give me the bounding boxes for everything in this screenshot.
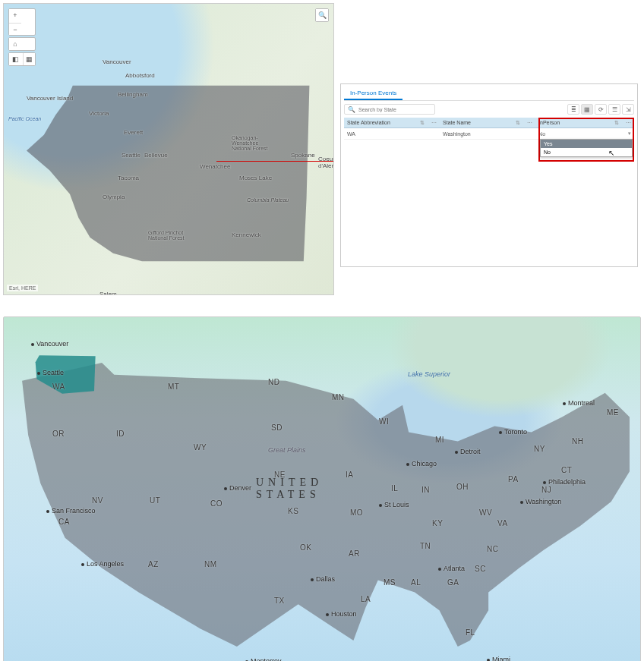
sort-icon[interactable]: ⇅ bbox=[516, 120, 520, 126]
city-label: San Francisco bbox=[46, 507, 96, 515]
state-label: OH bbox=[456, 483, 469, 491]
cell-abbr: WA bbox=[344, 128, 440, 140]
more-icon[interactable]: ⋯ bbox=[527, 120, 532, 126]
cell-name: Washington bbox=[440, 128, 535, 140]
dropdown-option-yes[interactable]: Yes bbox=[541, 140, 632, 148]
col-header-abbr[interactable]: State Abbreviation ⇅ ⋯ bbox=[344, 118, 440, 128]
zoom-out-button[interactable]: − bbox=[9, 23, 21, 35]
bookmark-icon[interactable]: ◧ bbox=[9, 53, 21, 65]
state-label: MN bbox=[332, 393, 345, 401]
state-label: FL bbox=[466, 628, 475, 637]
state-label: WV bbox=[479, 508, 492, 517]
chevron-down-icon[interactable]: ▾ bbox=[628, 131, 631, 137]
map-pane-washington[interactable]: + − ⌂ ◧ ▦ 🔍 Vancouver Vancouver Island V… bbox=[3, 3, 334, 295]
state-label: TN bbox=[420, 542, 431, 550]
state-label: NJ bbox=[541, 486, 551, 494]
city-label: Olympia bbox=[103, 194, 125, 200]
dropdown-option-no[interactable]: No bbox=[541, 148, 632, 156]
home-icon[interactable]: ⌂ bbox=[9, 38, 21, 50]
city-label: Victoria bbox=[89, 110, 109, 117]
state-label: MO bbox=[350, 508, 363, 517]
state-label: NY bbox=[534, 445, 545, 453]
map-attribution: Esri, HERE bbox=[7, 285, 38, 291]
forest-label: Gifford Pinchot National Forest bbox=[148, 230, 186, 241]
state-label: MT bbox=[168, 382, 179, 391]
sort-icon[interactable]: ⇅ bbox=[420, 120, 425, 126]
city-label: Spokane bbox=[291, 152, 315, 159]
state-label: ID bbox=[116, 430, 125, 438]
forest-label: Okanogan-Wenatchee National Forest bbox=[232, 135, 277, 151]
city-label: Montreal bbox=[563, 399, 595, 407]
state-label: VA bbox=[497, 519, 508, 527]
col-header-name[interactable]: State Name ⇅ ⋯ bbox=[440, 118, 535, 128]
more-icon[interactable]: ⋯ bbox=[431, 120, 437, 126]
state-label: AZ bbox=[148, 560, 159, 568]
plateau-label: Columbia Plateau bbox=[247, 197, 289, 203]
export-button[interactable]: ⇲ bbox=[622, 104, 634, 115]
state-label: NM bbox=[204, 560, 217, 568]
table-row[interactable]: WA Washington No ▾ bbox=[344, 128, 634, 140]
columns-button[interactable]: ☰ bbox=[608, 104, 620, 115]
sort-icon[interactable]: ⇅ bbox=[614, 120, 619, 126]
island-label: Vancouver Island bbox=[27, 95, 73, 102]
state-label: NH bbox=[572, 437, 583, 445]
city-label: Kennewick bbox=[232, 231, 261, 238]
city-label: Dallas bbox=[311, 575, 335, 583]
city-label: Seattle bbox=[122, 152, 140, 159]
data-grid: State Abbreviation ⇅ ⋯ State Name ⇅ ⋯ In… bbox=[344, 118, 634, 140]
ocean-label: Pacific Ocean bbox=[8, 116, 41, 121]
view-card-button[interactable]: ▦ bbox=[581, 104, 593, 115]
state-label: SD bbox=[271, 423, 283, 432]
zoom-in-button[interactable]: + bbox=[9, 9, 21, 21]
inperson-dropdown[interactable]: Yes No bbox=[540, 139, 633, 157]
city-label: Atlanta bbox=[438, 565, 465, 572]
city-label: Everett bbox=[124, 129, 143, 136]
state-label: TX bbox=[274, 596, 285, 605]
annotation-arrow bbox=[216, 161, 334, 162]
state-label: GA bbox=[447, 578, 459, 587]
table-pane: In-Person Events 🔍 ≣ ▦ ⟳ ☰ ⇲ State Abbre… bbox=[340, 83, 638, 267]
city-label: Bellevue bbox=[144, 152, 168, 159]
state-label: LA bbox=[361, 595, 371, 603]
map-pane-us[interactable]: UNITED STATES Great Plains Lake Superior… bbox=[3, 316, 641, 661]
city-label: Seattle bbox=[37, 369, 64, 376]
city-label: Houston bbox=[326, 610, 357, 618]
state-label: AL bbox=[411, 578, 421, 587]
col-header-inperson[interactable]: InPerson ⇅ ⋯ bbox=[535, 118, 634, 128]
city-label: St Louis bbox=[379, 501, 409, 508]
city-label: Tacoma bbox=[118, 175, 139, 181]
state-label: NV bbox=[92, 496, 103, 505]
more-icon[interactable]: ⋯ bbox=[626, 120, 631, 126]
search-input[interactable] bbox=[358, 107, 431, 112]
country-label: UNITED STATES bbox=[256, 477, 323, 501]
city-label: Vancouver bbox=[103, 58, 131, 65]
tab-in-person-events[interactable]: In-Person Events bbox=[344, 87, 402, 100]
state-label: ND bbox=[268, 378, 279, 386]
state-label: PA bbox=[508, 475, 519, 483]
state-label: KS bbox=[288, 507, 298, 515]
city-label: Detroit bbox=[455, 448, 481, 455]
city-label: Denver bbox=[224, 484, 251, 492]
city-label: Abbotsford bbox=[125, 72, 155, 79]
state-label: UT bbox=[150, 496, 160, 505]
refresh-button[interactable]: ⟳ bbox=[595, 104, 607, 115]
view-list-button[interactable]: ≣ bbox=[567, 104, 579, 115]
city-label: Bellingham bbox=[118, 91, 148, 98]
city-label: Philadelphia bbox=[543, 478, 586, 486]
city-label: Washington bbox=[520, 498, 561, 505]
feature-label: Great Plains bbox=[268, 446, 306, 454]
state-label: AR bbox=[349, 549, 360, 558]
state-label: WI bbox=[379, 417, 389, 426]
lake-label: Lake Superior bbox=[408, 370, 450, 378]
state-label: OR bbox=[52, 430, 65, 438]
state-label: OK bbox=[300, 543, 311, 552]
city-label: Chicago bbox=[406, 460, 437, 467]
city-label: Salem bbox=[99, 291, 117, 295]
city-label: Coeur d'Alene bbox=[318, 156, 334, 169]
city-label: Vancouver bbox=[31, 340, 68, 348]
search-input-wrap[interactable]: 🔍 bbox=[344, 104, 435, 115]
basemap-icon[interactable]: ▦ bbox=[23, 53, 35, 65]
cell-inperson[interactable]: No ▾ bbox=[535, 128, 634, 140]
search-icon[interactable]: 🔍 bbox=[316, 9, 328, 21]
search-icon: 🔍 bbox=[348, 106, 355, 113]
